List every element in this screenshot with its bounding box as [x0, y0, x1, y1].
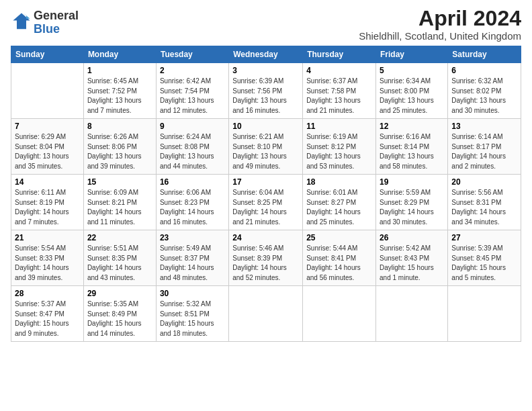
weekday-header-cell: Thursday [303, 46, 376, 63]
weekday-header-cell: Monday [83, 46, 156, 63]
day-number: 2 [160, 66, 225, 75]
logo-icon [12, 12, 31, 31]
weekday-header-cell: Friday [376, 46, 448, 63]
day-info: Sunrise: 5:42 AM Sunset: 8:43 PM Dayligh… [380, 244, 444, 283]
calendar-cell: 2Sunrise: 6:42 AM Sunset: 7:54 PM Daylig… [156, 63, 228, 119]
page: General Blue April 2024 Shieldhill, Scot… [0, 0, 532, 349]
calendar-cell: 1Sunrise: 6:45 AM Sunset: 7:52 PM Daylig… [83, 63, 156, 119]
calendar-cell [229, 286, 303, 342]
day-info: Sunrise: 6:11 AM Sunset: 8:19 PM Dayligh… [15, 188, 80, 227]
day-info: Sunrise: 6:45 AM Sunset: 7:52 PM Dayligh… [87, 77, 152, 116]
day-info: Sunrise: 6:06 AM Sunset: 8:23 PM Dayligh… [160, 188, 225, 227]
day-number: 27 [451, 233, 517, 242]
calendar-cell: 7Sunrise: 6:29 AM Sunset: 8:04 PM Daylig… [11, 119, 84, 175]
day-info: Sunrise: 6:14 AM Sunset: 8:17 PM Dayligh… [451, 132, 517, 171]
day-info: Sunrise: 6:32 AM Sunset: 8:02 PM Dayligh… [451, 77, 517, 116]
weekday-header-cell: Wednesday [229, 46, 303, 63]
day-number: 19 [380, 177, 444, 187]
calendar-cell: 12Sunrise: 6:16 AM Sunset: 8:14 PM Dayli… [376, 119, 448, 175]
calendar-cell: 23Sunrise: 5:49 AM Sunset: 8:37 PM Dayli… [156, 230, 228, 286]
calendar-cell: 15Sunrise: 6:09 AM Sunset: 8:21 PM Dayli… [83, 175, 156, 230]
calendar-cell: 28Sunrise: 5:37 AM Sunset: 8:47 PM Dayli… [11, 286, 84, 342]
svg-marker-0 [13, 13, 30, 29]
day-number: 7 [15, 122, 80, 131]
day-info: Sunrise: 5:39 AM Sunset: 8:45 PM Dayligh… [451, 244, 517, 283]
weekday-header-row: SundayMondayTuesdayWednesdayThursdayFrid… [11, 46, 521, 63]
day-number: 22 [87, 233, 152, 242]
day-number: 14 [15, 177, 80, 187]
day-info: Sunrise: 6:16 AM Sunset: 8:14 PM Dayligh… [380, 132, 444, 171]
day-info: Sunrise: 6:24 AM Sunset: 8:08 PM Dayligh… [160, 132, 225, 171]
day-number: 12 [380, 122, 444, 131]
day-number: 1 [87, 66, 152, 75]
weekday-header-cell: Sunday [11, 46, 84, 63]
day-info: Sunrise: 6:01 AM Sunset: 8:27 PM Dayligh… [306, 188, 372, 227]
day-info: Sunrise: 6:19 AM Sunset: 8:12 PM Dayligh… [306, 132, 372, 171]
day-number: 18 [306, 177, 372, 187]
day-number: 3 [232, 66, 299, 75]
page-title: April 2024 [359, 7, 521, 30]
title-block: April 2024 Shieldhill, Scotland, United … [359, 7, 521, 42]
logo: General Blue [11, 9, 79, 36]
calendar-cell: 27Sunrise: 5:39 AM Sunset: 8:45 PM Dayli… [448, 230, 521, 286]
day-info: Sunrise: 5:32 AM Sunset: 8:51 PM Dayligh… [160, 300, 225, 338]
page-subtitle: Shieldhill, Scotland, United Kingdom [359, 30, 521, 42]
calendar-cell: 20Sunrise: 5:56 AM Sunset: 8:31 PM Dayli… [448, 175, 521, 230]
calendar-cell: 17Sunrise: 6:04 AM Sunset: 8:25 PM Dayli… [229, 175, 303, 230]
calendar-cell: 29Sunrise: 5:35 AM Sunset: 8:49 PM Dayli… [83, 286, 156, 342]
calendar-week-row: 7Sunrise: 6:29 AM Sunset: 8:04 PM Daylig… [11, 119, 521, 175]
calendar-cell: 25Sunrise: 5:44 AM Sunset: 8:41 PM Dayli… [303, 230, 376, 286]
calendar-week-row: 1Sunrise: 6:45 AM Sunset: 7:52 PM Daylig… [11, 63, 521, 119]
header: General Blue April 2024 Shieldhill, Scot… [11, 7, 521, 42]
day-info: Sunrise: 6:29 AM Sunset: 8:04 PM Dayligh… [15, 132, 80, 171]
calendar-cell: 21Sunrise: 5:54 AM Sunset: 8:33 PM Dayli… [11, 230, 84, 286]
day-info: Sunrise: 6:21 AM Sunset: 8:10 PM Dayligh… [232, 132, 299, 171]
day-number: 8 [87, 122, 152, 131]
day-number: 6 [451, 66, 517, 75]
calendar-cell: 26Sunrise: 5:42 AM Sunset: 8:43 PM Dayli… [376, 230, 448, 286]
day-number: 28 [15, 289, 80, 298]
day-number: 17 [232, 177, 299, 187]
calendar-cell [303, 286, 376, 342]
day-info: Sunrise: 6:26 AM Sunset: 8:06 PM Dayligh… [87, 132, 152, 171]
day-number: 26 [380, 233, 444, 242]
weekday-header-cell: Saturday [448, 46, 521, 63]
calendar-body: 1Sunrise: 6:45 AM Sunset: 7:52 PM Daylig… [11, 63, 521, 342]
calendar-week-row: 28Sunrise: 5:37 AM Sunset: 8:47 PM Dayli… [11, 286, 521, 342]
calendar-cell: 4Sunrise: 6:37 AM Sunset: 7:58 PM Daylig… [303, 63, 376, 119]
day-number: 23 [160, 233, 225, 242]
calendar-cell: 22Sunrise: 5:51 AM Sunset: 8:35 PM Dayli… [83, 230, 156, 286]
day-info: Sunrise: 6:04 AM Sunset: 8:25 PM Dayligh… [232, 188, 299, 227]
day-number: 25 [306, 233, 372, 242]
day-number: 5 [380, 66, 444, 75]
calendar-cell [448, 286, 521, 342]
day-info: Sunrise: 5:51 AM Sunset: 8:35 PM Dayligh… [87, 244, 152, 283]
calendar-cell [11, 63, 84, 119]
day-number: 21 [15, 233, 80, 242]
calendar-cell: 14Sunrise: 6:11 AM Sunset: 8:19 PM Dayli… [11, 175, 84, 230]
calendar-cell: 13Sunrise: 6:14 AM Sunset: 8:17 PM Dayli… [448, 119, 521, 175]
calendar-cell: 5Sunrise: 6:34 AM Sunset: 8:00 PM Daylig… [376, 63, 448, 119]
calendar-cell: 11Sunrise: 6:19 AM Sunset: 8:12 PM Dayli… [303, 119, 376, 175]
day-info: Sunrise: 5:59 AM Sunset: 8:29 PM Dayligh… [380, 188, 444, 227]
weekday-header-cell: Tuesday [156, 46, 228, 63]
day-number: 9 [160, 122, 225, 131]
day-number: 10 [232, 122, 299, 131]
calendar-week-row: 21Sunrise: 5:54 AM Sunset: 8:33 PM Dayli… [11, 230, 521, 286]
calendar-cell: 3Sunrise: 6:39 AM Sunset: 7:56 PM Daylig… [229, 63, 303, 119]
calendar-cell: 6Sunrise: 6:32 AM Sunset: 8:02 PM Daylig… [448, 63, 521, 119]
day-number: 4 [306, 66, 372, 75]
day-number: 15 [87, 177, 152, 187]
calendar-cell [376, 286, 448, 342]
day-info: Sunrise: 6:34 AM Sunset: 8:00 PM Dayligh… [380, 77, 444, 116]
day-info: Sunrise: 6:42 AM Sunset: 7:54 PM Dayligh… [160, 77, 225, 116]
calendar-cell: 24Sunrise: 5:46 AM Sunset: 8:39 PM Dayli… [229, 230, 303, 286]
calendar-cell: 9Sunrise: 6:24 AM Sunset: 8:08 PM Daylig… [156, 119, 228, 175]
day-info: Sunrise: 5:46 AM Sunset: 8:39 PM Dayligh… [232, 244, 299, 283]
logo-blue: Blue [34, 22, 60, 36]
day-info: Sunrise: 5:35 AM Sunset: 8:49 PM Dayligh… [87, 300, 152, 338]
day-info: Sunrise: 5:37 AM Sunset: 8:47 PM Dayligh… [15, 300, 80, 338]
calendar-cell: 16Sunrise: 6:06 AM Sunset: 8:23 PM Dayli… [156, 175, 228, 230]
day-info: Sunrise: 5:56 AM Sunset: 8:31 PM Dayligh… [451, 188, 517, 227]
day-number: 24 [232, 233, 299, 242]
